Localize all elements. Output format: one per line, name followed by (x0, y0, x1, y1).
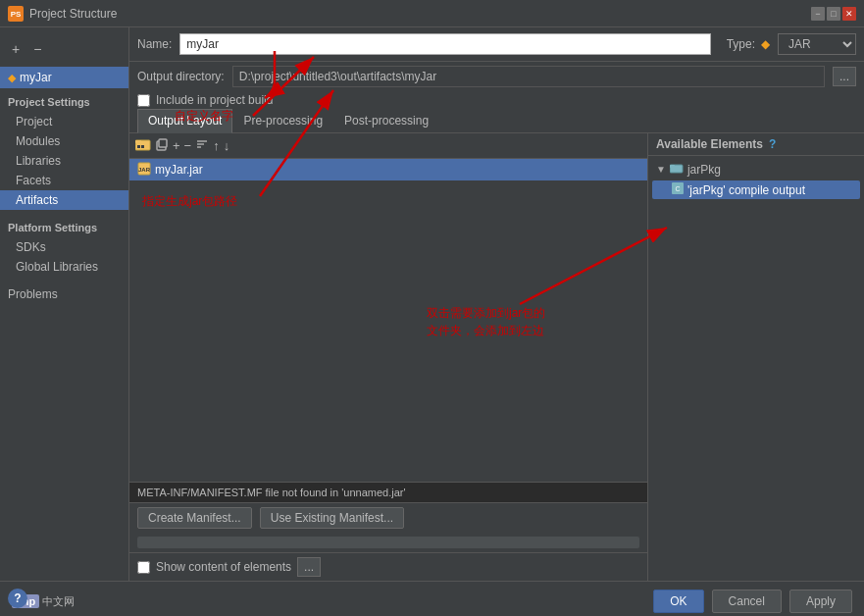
folder-icon (670, 162, 684, 177)
collapse-icon: ▼ (656, 164, 666, 175)
svg-rect-4 (137, 145, 140, 148)
move-up-button[interactable]: ↑ (213, 138, 220, 153)
output-dir-row: Output directory: ... (129, 62, 864, 91)
output-dir-input[interactable] (232, 66, 825, 87)
sidebar-item-modules[interactable]: Modules (0, 131, 128, 151)
available-elements-help-icon: ? (769, 137, 776, 151)
jar-icon: ◆ (8, 72, 16, 84)
folder-create-button[interactable] (135, 137, 151, 154)
use-existing-manifest-button[interactable]: Use Existing Manifest... (260, 507, 404, 529)
copy-button[interactable] (155, 137, 169, 154)
create-manifest-button[interactable]: Create Manifest... (137, 507, 252, 529)
tab-output-layout[interactable]: Output Layout (137, 109, 232, 133)
svg-rect-5 (141, 145, 144, 148)
cancel-button[interactable]: Cancel (712, 590, 782, 613)
add-file-button[interactable]: + (173, 138, 180, 153)
type-label: Type: (727, 37, 755, 51)
artifact-list-item[interactable]: ◆ myJar (0, 67, 128, 88)
svg-rect-3 (135, 140, 141, 143)
app-icon: PS (8, 6, 24, 22)
remove-file-button[interactable]: − (184, 138, 192, 153)
global-help-button[interactable]: ? (8, 589, 27, 608)
file-panel: + − ↑ ↓ JAR myJar.jar (129, 133, 648, 581)
name-input[interactable] (179, 33, 710, 55)
close-button[interactable]: ✕ (842, 7, 856, 21)
bottom-bar: php 中文网 OK Cancel Apply (0, 581, 864, 616)
file-toolbar: + − ↑ ↓ (129, 133, 647, 159)
project-settings-label: Project Settings (0, 92, 128, 112)
avail-compile-output[interactable]: C 'jarPkg' compile output (652, 180, 860, 199)
available-elements-title: Available Elements (656, 137, 763, 151)
cn-text: 中文网 (42, 595, 75, 607)
tab-post-processing[interactable]: Post-processing (333, 109, 439, 132)
sidebar-item-facets[interactable]: Facets (0, 171, 128, 190)
manifest-row: Create Manifest... Use Existing Manifest… (129, 502, 647, 533)
svg-rect-7 (159, 139, 167, 147)
available-elements-panel: Available Elements ? ▼ jarPkg (648, 133, 864, 581)
tab-pre-processing[interactable]: Pre-processing (232, 109, 333, 132)
sidebar-item-project[interactable]: Project (0, 112, 128, 131)
window-title: Project Structure (29, 7, 811, 21)
svg-text:C: C (675, 185, 680, 192)
sidebar: + − ◆ myJar Project Settings Project Mod… (0, 27, 129, 581)
scroll-indicator (137, 537, 639, 548)
tabs-row: Output Layout Pre-processing Post-proces… (129, 109, 864, 133)
jar-type-icon: ◆ (761, 37, 770, 51)
sidebar-item-libraries[interactable]: Libraries (0, 151, 128, 171)
browse-button[interactable]: ... (833, 67, 856, 86)
window-controls: − □ ✕ (811, 7, 856, 21)
include-label: Include in project build (156, 93, 273, 107)
apply-button[interactable]: Apply (789, 590, 852, 613)
include-row: Include in project build (129, 91, 864, 109)
compile-output-name: 'jarPkg' compile output (687, 183, 805, 197)
sidebar-item-sdks[interactable]: SDKs (0, 237, 128, 257)
ok-button[interactable]: OK (653, 590, 703, 613)
sidebar-toolbar: + − (0, 35, 128, 63)
available-elements-header: Available Elements ? (648, 133, 864, 156)
platform-settings-label: Platform Settings (0, 218, 128, 237)
show-content-label: Show content of elements (156, 560, 291, 574)
remove-artifact-button[interactable]: − (29, 39, 45, 59)
available-elements-area: ▼ jarPkg C 'jarPkg' compile output (648, 156, 864, 581)
avail-group-item[interactable]: ▼ jarPkg (652, 160, 860, 179)
show-content-checkbox[interactable] (137, 561, 150, 574)
type-section: Type: ◆ JAR (727, 33, 856, 55)
compile-output-icon: C (672, 182, 684, 197)
manifest-message: META-INF/MANIFEST.MF file not found in '… (129, 482, 647, 502)
name-label: Name: (137, 37, 172, 51)
show-content-config-button[interactable]: ... (297, 557, 321, 577)
output-dir-label: Output directory: (137, 70, 225, 83)
move-down-button[interactable]: ↓ (224, 138, 230, 153)
show-content-row: Show content of elements ... (129, 552, 647, 581)
sidebar-item-problems[interactable]: Problems (0, 284, 128, 304)
artifact-name: myJar (20, 71, 52, 84)
jar-file-icon: JAR (137, 162, 151, 178)
sidebar-item-global-libraries[interactable]: Global Libraries (0, 257, 128, 277)
title-bar: PS Project Structure − □ ✕ (0, 0, 864, 27)
file-list-item[interactable]: JAR myJar.jar (129, 159, 647, 180)
split-content: + − ↑ ↓ JAR myJar.jar (129, 133, 864, 581)
right-panel: Name: Type: ◆ JAR Output directory: ... (129, 27, 864, 581)
file-item-name: myJar.jar (155, 163, 203, 177)
name-row: Name: Type: ◆ JAR (129, 27, 864, 62)
add-artifact-button[interactable]: + (8, 39, 24, 59)
avail-group-name: jarPkg (687, 163, 721, 177)
minimize-button[interactable]: − (811, 7, 825, 21)
sidebar-item-artifacts[interactable]: Artifacts (0, 190, 128, 210)
maximize-button[interactable]: □ (827, 7, 840, 21)
include-checkbox[interactable] (137, 94, 150, 107)
file-area: JAR myJar.jar (129, 159, 647, 482)
svg-rect-14 (670, 165, 675, 168)
type-select[interactable]: JAR (778, 33, 856, 55)
svg-text:PS: PS (11, 10, 22, 19)
sort-button[interactable] (195, 137, 209, 154)
svg-text:JAR: JAR (138, 167, 151, 173)
